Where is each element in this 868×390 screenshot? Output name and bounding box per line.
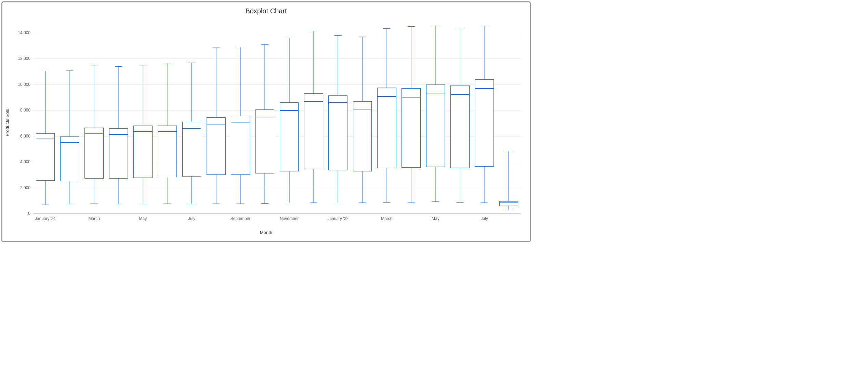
x-tick-label: July (481, 216, 488, 221)
chart-title: Boxplot Chart (6, 7, 526, 15)
cap-min (456, 202, 463, 203)
whisker-upper (362, 37, 363, 101)
whisker-upper (313, 31, 314, 93)
x-axis-label: Month (6, 230, 526, 235)
cap-min (139, 204, 146, 204)
whisker-lower (167, 177, 168, 204)
median-line (158, 131, 177, 132)
median-line (36, 139, 55, 139)
whisker-lower (192, 177, 192, 204)
x-tick-label: March (381, 216, 392, 221)
grid-line (33, 58, 521, 59)
whisker-upper (435, 26, 436, 84)
iqr-box (158, 126, 177, 177)
whisker-upper (69, 70, 70, 136)
boxplot-item (353, 20, 372, 213)
boxplot-item (328, 20, 347, 213)
grid-line (33, 213, 521, 214)
median-line (207, 125, 226, 125)
cap-max (505, 151, 512, 151)
cap-max (261, 44, 268, 45)
iqr-box (304, 93, 323, 169)
cap-max (286, 38, 293, 38)
median-line (84, 133, 104, 134)
cap-max (456, 28, 463, 28)
iqr-box (36, 133, 55, 181)
cap-min (42, 205, 49, 205)
cap-min (163, 204, 171, 204)
cap-max (310, 31, 317, 31)
cap-min (383, 202, 390, 203)
whisker-lower (289, 171, 289, 203)
whisker-upper (265, 44, 265, 110)
iqr-box (60, 136, 79, 181)
cap-max (91, 65, 98, 65)
iqr-box (207, 117, 226, 175)
whisker-lower (435, 167, 436, 202)
whisker-lower (265, 173, 265, 203)
x-tick-label: January '21 (35, 216, 56, 221)
y-tick-label: 6,000 (20, 134, 30, 139)
cap-min (310, 203, 317, 203)
boxplot-item (450, 20, 470, 213)
median-line (182, 128, 201, 129)
median-line (328, 102, 347, 103)
cap-min (505, 210, 512, 210)
cap-max (407, 26, 415, 27)
whisker-upper (118, 66, 119, 128)
boxplot-item (231, 20, 250, 213)
median-line (450, 94, 470, 95)
boxplot-item (280, 20, 299, 213)
whisker-lower (411, 168, 411, 203)
cap-max (139, 65, 146, 65)
cap-min (334, 203, 342, 203)
median-line (60, 142, 79, 143)
cap-min (481, 203, 488, 203)
median-line (304, 101, 323, 102)
whisker-lower (362, 171, 363, 203)
whisker-lower (240, 175, 241, 204)
y-tick-label: 2,000 (20, 185, 30, 190)
cap-min (359, 203, 366, 203)
whisker-lower (313, 169, 314, 203)
median-line (231, 122, 250, 122)
boxplot-item (207, 20, 226, 213)
cap-max (188, 63, 195, 63)
grid-line (33, 136, 521, 136)
grid-line (33, 188, 521, 188)
median-line (377, 96, 396, 97)
boxplot-item (304, 20, 323, 213)
boxplot-item (377, 20, 396, 213)
iqr-box (377, 88, 396, 168)
cap-min (115, 204, 122, 204)
whisker-upper (289, 38, 289, 103)
cap-max (432, 26, 439, 26)
boxplot-item (475, 20, 494, 213)
boxplot-item (84, 20, 104, 213)
cap-min (237, 204, 244, 204)
median-line (402, 97, 421, 98)
grid-line (33, 33, 521, 33)
median-line (255, 117, 275, 117)
whisker-upper (484, 26, 485, 79)
iqr-box (353, 101, 372, 172)
cap-max (334, 35, 342, 36)
whisker-lower (386, 168, 387, 202)
boxplot-item (109, 20, 128, 213)
whisker-upper (216, 48, 216, 117)
cap-min (91, 204, 98, 204)
whisker-lower (69, 181, 70, 204)
grid-line (33, 84, 521, 85)
x-tick-label: November (280, 216, 299, 221)
boxplot-item (426, 20, 445, 213)
iqr-box (231, 116, 250, 175)
cap-max (212, 48, 220, 48)
median-line (280, 110, 299, 111)
boxplot-item (255, 20, 275, 213)
whisker-lower (484, 167, 485, 203)
whisker-lower (143, 178, 143, 204)
cap-max (481, 26, 488, 26)
cap-max (42, 71, 49, 71)
iqr-box (84, 128, 104, 179)
whisker-upper (338, 35, 338, 95)
